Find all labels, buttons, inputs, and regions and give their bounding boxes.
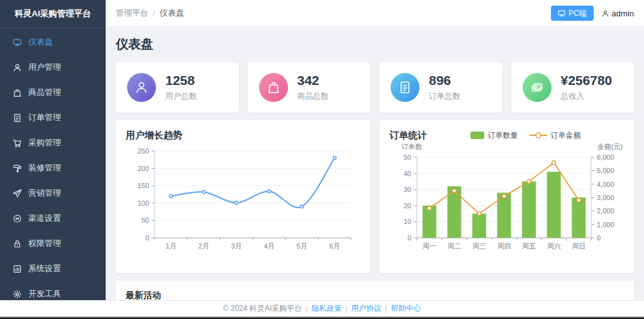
sidebar-item-label: 营销管理	[28, 187, 61, 199]
legend-order-count[interactable]: 订单数量	[470, 130, 518, 141]
lock-icon	[13, 239, 22, 249]
send-icon	[13, 189, 22, 198]
order-stats-combo-chart: 订单数金额(元)0102030405001,0002,0003,0004,000…	[389, 142, 624, 263]
svg-text:40: 40	[404, 170, 411, 177]
svg-text:6,000: 6,000	[597, 154, 614, 161]
footer: © 2024 科灵AI采购平台 | 隐私政策 | 用户协议 | 帮助中心	[0, 300, 644, 316]
sidebar-item-dashboard[interactable]: 仪表盘	[0, 30, 106, 55]
stat-value: ¥256780	[561, 73, 613, 88]
main-row: 科灵AI采购管理平台 仪表盘 用户管理	[0, 0, 644, 300]
svg-text:200: 200	[138, 165, 149, 172]
topbar: 管理平台 / 仪表盘 PC端 admin	[106, 0, 644, 27]
sidebar-menu: 仪表盘 用户管理 商品管理	[0, 28, 106, 306]
svg-text:周一: 周一	[423, 242, 436, 250]
sidebar-item-permissions[interactable]: 权限管理	[0, 231, 106, 256]
user-growth-chart-card: 用户增长趋势 0501001502002501月2月3月4月5月6月	[116, 120, 370, 273]
svg-text:2月: 2月	[198, 242, 209, 250]
latest-activity-card: 最新活动	[116, 281, 634, 300]
sidebar-item-orders[interactable]: 订单管理	[0, 105, 106, 130]
privacy-policy-link[interactable]: 隐私政策	[311, 303, 341, 314]
svg-text:周三: 周三	[472, 242, 486, 250]
content-column: 管理平台 / 仪表盘 PC端 admin	[106, 0, 644, 300]
pc-client-label: PC端	[569, 8, 587, 19]
user-icon	[601, 9, 609, 18]
sidebar-item-products[interactable]: 商品管理	[0, 80, 106, 105]
bag-icon	[259, 73, 288, 102]
bag-icon	[13, 88, 22, 98]
order-doc-icon	[13, 113, 22, 123]
page-title: 仪表盘	[116, 36, 634, 53]
sidebar-item-label: 开发工具	[28, 288, 61, 299]
stats-row: 1258 用户总数 342 商品总数	[116, 62, 634, 113]
sidebar-item-system[interactable]: 系统设置	[0, 256, 106, 281]
svg-text:4月: 4月	[264, 242, 274, 250]
breadcrumb: 管理平台 / 仪表盘	[116, 8, 184, 19]
svg-text:订单数: 订单数	[401, 143, 422, 150]
app-window: 科灵AI采购管理平台 仪表盘 用户管理	[0, 0, 644, 319]
svg-text:5月: 5月	[296, 242, 307, 250]
paint-roller-icon	[13, 164, 22, 173]
user-icon	[127, 73, 156, 102]
legend-label: 订单金额	[551, 130, 581, 141]
svg-text:2,000: 2,000	[597, 207, 614, 215]
svg-text:0: 0	[145, 234, 149, 242]
sidebar-item-channels[interactable]: 渠道设置	[0, 206, 106, 231]
topbar-right: PC端 admin	[551, 6, 634, 21]
sidebar-item-procurement[interactable]: 采购管理	[0, 130, 106, 155]
user-menu[interactable]: admin	[601, 9, 634, 18]
sidebar-item-label: 采购管理	[28, 137, 61, 148]
sidebar: 科灵AI采购管理平台 仪表盘 用户管理	[0, 0, 106, 300]
sidebar-item-label: 装修管理	[28, 162, 61, 174]
charts-row: 用户增长趋势 0501001502002501月2月3月4月5月6月 订单统计 …	[116, 120, 634, 273]
user-agreement-link[interactable]: 用户协议	[351, 303, 381, 314]
money-icon	[523, 73, 552, 102]
svg-text:50: 50	[404, 154, 411, 161]
svg-text:100: 100	[138, 199, 149, 207]
monitor-icon	[558, 9, 565, 17]
footer-separator: |	[306, 305, 308, 313]
legend-order-amount[interactable]: 订单金额	[530, 130, 581, 141]
svg-text:50: 50	[142, 216, 149, 224]
svg-text:3,000: 3,000	[597, 194, 614, 201]
svg-text:1,000: 1,000	[597, 221, 614, 228]
document-icon	[391, 73, 419, 102]
svg-text:150: 150	[138, 182, 149, 189]
sidebar-item-label: 渠道设置	[28, 213, 61, 224]
channel-link-icon	[13, 214, 22, 223]
copyright-text: © 2024 科灵AI采购平台	[223, 303, 303, 314]
chart-legend: 订单数量 订单金额	[427, 130, 624, 141]
svg-text:0: 0	[597, 234, 601, 242]
activity-title: 最新活动	[126, 290, 624, 300]
dashboard-content: 仪表盘 1258 用户总数	[106, 27, 644, 300]
svg-text:10: 10	[404, 218, 411, 225]
svg-text:30: 30	[404, 186, 411, 193]
dashboard-icon	[13, 38, 22, 47]
sidebar-item-marketing[interactable]: 营销管理	[0, 181, 106, 206]
stat-label: 总收入	[561, 91, 613, 102]
chart-title: 用户增长趋势	[126, 130, 182, 142]
sidebar-item-label: 系统设置	[28, 263, 61, 274]
stat-value: 896	[429, 73, 460, 88]
sidebar-item-decoration[interactable]: 装修管理	[0, 155, 106, 181]
footer-separator: |	[345, 305, 347, 313]
svg-text:4,000: 4,000	[597, 181, 614, 188]
sidebar-item-users[interactable]: 用户管理	[0, 55, 106, 80]
stat-label: 订单总数	[429, 91, 460, 102]
svg-text:周二: 周二	[447, 242, 461, 250]
svg-text:周五: 周五	[522, 242, 536, 250]
line-swatch-icon	[530, 132, 547, 139]
stat-value: 1258	[165, 73, 197, 88]
chart-title: 订单统计	[389, 130, 427, 142]
pc-client-button[interactable]: PC端	[551, 6, 594, 21]
sidebar-item-label: 权限管理	[28, 238, 61, 249]
stat-card-products: 342 商品总数	[248, 62, 371, 113]
svg-text:3月: 3月	[231, 242, 242, 250]
svg-text:周日: 周日	[572, 242, 586, 250]
breadcrumb-root[interactable]: 管理平台	[116, 8, 148, 19]
help-center-link[interactable]: 帮助中心	[391, 303, 421, 314]
breadcrumb-current: 仪表盘	[160, 8, 184, 19]
sidebar-item-label: 仪表盘	[28, 36, 53, 48]
stat-label: 用户总数	[165, 91, 197, 102]
sidebar-item-label: 订单管理	[28, 112, 61, 123]
svg-text:1月: 1月	[165, 242, 176, 250]
